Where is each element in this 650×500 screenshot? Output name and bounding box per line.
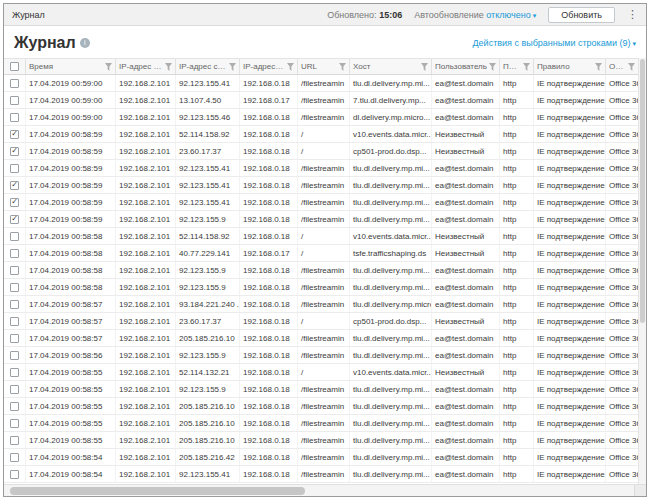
row-checkbox[interactable] [10,419,19,428]
table-row[interactable]: 17.04.2019 00:58:57 192.168.2.101 93.184… [4,296,638,313]
table-row[interactable]: 17.04.2019 00:58:59 192.168.2.101 23.60.… [4,143,638,160]
row-checkbox[interactable] [10,436,19,445]
row-checkbox[interactable] [10,453,19,462]
filter-icon[interactable] [595,63,602,71]
filter-icon[interactable] [339,63,346,71]
cell-protocol: http [500,262,534,278]
actions-with-selected-link[interactable]: Действия с выбранными строками (9)▾ [473,38,636,48]
table-row[interactable]: 17.04.2019 00:58:56 192.168.2.101 92.123… [4,347,638,364]
table-row[interactable]: 17.04.2019 00:58:55 192.168.2.101 92.123… [4,381,638,398]
row-checkbox[interactable] [10,164,19,173]
breadcrumb[interactable]: Журнал [12,10,45,20]
cell-proxy-ip: 192.168.0.18 [240,279,298,295]
row-checkbox[interactable] [10,130,19,139]
cell-proxy-ip: 192.168.0.18 [240,432,298,448]
vertical-scrollbar-thumb[interactable] [640,59,645,323]
cell-client-ip: 192.168.2.101 [116,313,176,329]
table-row[interactable]: 17.04.2019 00:58:59 192.168.2.101 52.114… [4,126,638,143]
table-row[interactable]: 17.04.2019 00:58:54 192.168.2.101 205.18… [4,449,638,466]
header-user[interactable]: Пользователь [432,59,500,74]
cell-time: 17.04.2019 00:58:56 [26,347,116,363]
row-checkbox[interactable] [10,181,19,190]
table-row[interactable]: 17.04.2019 00:58:59 192.168.2.101 92.123… [4,160,638,177]
table-row[interactable]: 17.04.2019 00:58:55 192.168.2.101 205.18… [4,398,638,415]
horizontal-scrollbar-thumb[interactable] [10,487,305,495]
row-checkbox[interactable] [10,317,19,326]
header-url[interactable]: URL [298,59,350,74]
table-row[interactable]: 17.04.2019 00:58:54 192.168.2.101 92.123… [4,466,638,483]
row-checkbox[interactable] [10,300,19,309]
row-checkbox[interactable] [10,385,19,394]
header-rule[interactable]: Правило [534,59,606,74]
cell-user: ea@test.domain [432,75,500,91]
row-checkbox[interactable] [10,368,19,377]
row-checkbox[interactable] [10,334,19,343]
filter-icon[interactable] [421,63,428,71]
cell-time: 17.04.2019 00:59:00 [26,92,116,108]
cell-checkbox [4,415,26,431]
top-bar: Журнал Обновлено: 15:06 Автообновление о… [4,4,646,26]
header-cloud-service[interactable]: Облачная ... [606,59,638,74]
table-row[interactable]: 17.04.2019 00:58:58 192.168.2.101 92.123… [4,279,638,296]
filter-icon[interactable] [287,63,294,71]
filter-icon[interactable] [165,63,172,71]
row-checkbox[interactable] [10,147,19,156]
row-checkbox[interactable] [10,232,19,241]
table-row[interactable]: 17.04.2019 00:59:00 192.168.2.101 92.123… [4,75,638,92]
table-row[interactable]: 17.04.2019 00:58:59 192.168.2.101 92.123… [4,194,638,211]
table-row[interactable]: 17.04.2019 00:58:57 192.168.2.101 205.18… [4,330,638,347]
row-checkbox[interactable] [10,402,19,411]
row-checkbox[interactable] [10,96,19,105]
header-ip-server[interactable]: IP-адрес сер... [176,59,240,74]
filter-icon[interactable] [628,63,635,71]
row-checkbox[interactable] [10,266,19,275]
table-row[interactable]: 17.04.2019 00:58:55 192.168.2.101 205.18… [4,415,638,432]
header-ip-client[interactable]: IP-адрес кли... [116,59,176,74]
autorefresh-label: Автообновление [414,10,484,20]
cell-user: ea@test.domain [432,92,500,108]
info-icon[interactable]: i [80,38,90,48]
table-row[interactable]: 17.04.2019 00:58:55 192.168.2.101 52.114… [4,364,638,381]
row-checkbox[interactable] [10,249,19,258]
autorefresh-control[interactable]: Автообновление отключено▾ [414,10,536,20]
autorefresh-state[interactable]: отключено [486,10,530,20]
filter-icon[interactable] [489,63,496,71]
cell-time: 17.04.2019 00:58:57 [26,296,116,312]
row-checkbox[interactable] [10,351,19,360]
row-checkbox[interactable] [10,79,19,88]
cell-protocol: http [500,126,534,142]
header-protocol[interactable]: Прото... [500,59,534,74]
select-all-checkbox[interactable] [10,62,19,71]
table-row[interactable]: 17.04.2019 00:58:58 192.168.2.101 52.114… [4,228,638,245]
row-checkbox[interactable] [10,113,19,122]
table-row[interactable]: 17.04.2019 00:58:59 192.168.2.101 92.123… [4,177,638,194]
table-row[interactable]: 17.04.2019 00:58:55 192.168.2.101 205.18… [4,432,638,449]
table-row[interactable]: 17.04.2019 00:58:58 192.168.2.101 92.123… [4,262,638,279]
filter-icon[interactable] [523,63,530,71]
table-row[interactable]: 17.04.2019 00:58:59 192.168.2.101 92.123… [4,211,638,228]
filter-icon[interactable] [229,63,236,71]
row-checkbox[interactable] [10,470,19,479]
table-row[interactable]: 17.04.2019 00:59:00 192.168.2.101 92.123… [4,109,638,126]
row-checkbox[interactable] [10,215,19,224]
table-row[interactable]: 17.04.2019 00:59:00 192.168.2.101 13.107… [4,92,638,109]
table-row[interactable]: 17.04.2019 00:58:57 192.168.2.101 23.60.… [4,313,638,330]
header-select-all[interactable] [4,59,26,74]
cell-host: tlu.dl.delivery.mp.mi... [350,177,432,193]
row-checkbox[interactable] [10,198,19,207]
cell-protocol: http [500,313,534,329]
horizontal-scrollbar[interactable] [4,484,646,496]
cell-url: /filestreamin [298,449,350,465]
cell-time: 17.04.2019 00:58:59 [26,177,116,193]
refresh-button[interactable]: Обновить [548,7,615,23]
cell-proxy-ip: 192.168.0.18 [240,381,298,397]
row-checkbox[interactable] [10,283,19,292]
cell-url: /filestreamin [298,160,350,176]
header-time[interactable]: Время [26,59,116,74]
vertical-scrollbar[interactable] [638,58,646,484]
header-ip-proxy[interactable]: IP-адрес про... [240,59,298,74]
filter-icon[interactable] [105,63,112,71]
overflow-menu-icon[interactable]: ⋮ [627,9,638,20]
header-host[interactable]: Хост [350,59,432,74]
table-row[interactable]: 17.04.2019 00:58:58 192.168.2.101 40.77.… [4,245,638,262]
